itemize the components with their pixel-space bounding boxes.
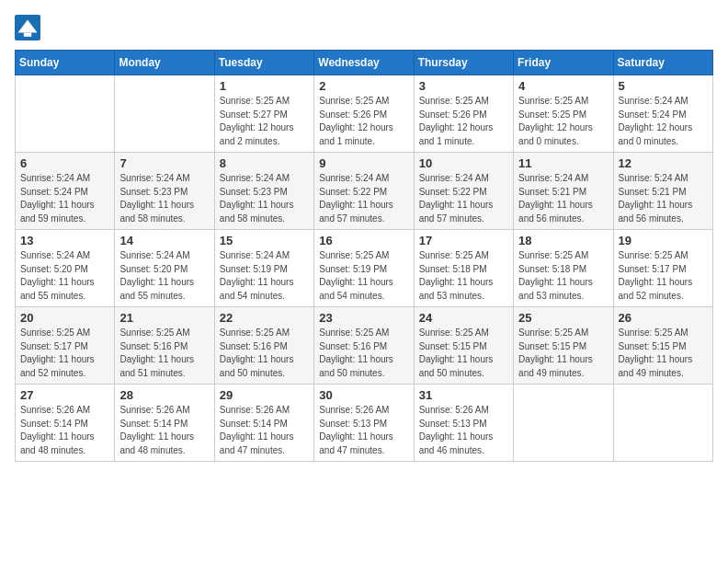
calendar-body: 1Sunrise: 5:25 AM Sunset: 5:27 PM Daylig… [16,75,713,462]
day-number: 31 [419,388,508,402]
day-info: Sunrise: 5:24 AM Sunset: 5:20 PM Dayligh… [119,249,209,303]
day-number: 16 [319,234,408,247]
calendar-day-cell: 23Sunrise: 5:25 AM Sunset: 5:16 PM Dayli… [314,307,414,385]
weekday-header: Sunday [16,51,115,75]
day-number: 11 [518,156,608,170]
day-info: Sunrise: 5:24 AM Sunset: 5:22 PM Dayligh… [319,172,408,225]
day-info: Sunrise: 5:26 AM Sunset: 5:13 PM Dayligh… [319,404,408,457]
day-number: 20 [20,311,109,325]
day-number: 5 [619,79,708,93]
day-info: Sunrise: 5:25 AM Sunset: 5:17 PM Dayligh… [20,327,109,380]
calendar-header: SundayMondayTuesdayWednesdayThursdayFrid… [16,51,713,75]
calendar-day-cell [613,385,712,462]
page-header [15,15,713,40]
calendar-day-cell: 7Sunrise: 5:24 AM Sunset: 5:23 PM Daylig… [115,153,214,230]
weekday-header: Thursday [414,51,513,75]
calendar-day-cell: 18Sunrise: 5:25 AM Sunset: 5:18 PM Dayli… [514,230,613,307]
svg-rect-2 [24,33,31,37]
day-number: 14 [119,234,209,247]
calendar-day-cell: 16Sunrise: 5:25 AM Sunset: 5:19 PM Dayli… [314,230,414,307]
calendar-day-cell: 21Sunrise: 5:25 AM Sunset: 5:16 PM Dayli… [115,307,214,385]
day-info: Sunrise: 5:24 AM Sunset: 5:23 PM Dayligh… [220,172,309,225]
day-number: 8 [220,156,309,170]
day-info: Sunrise: 5:26 AM Sunset: 5:14 PM Dayligh… [20,404,109,457]
day-info: Sunrise: 5:25 AM Sunset: 5:26 PM Dayligh… [319,95,408,148]
day-number: 21 [119,311,209,325]
calendar-day-cell: 2Sunrise: 5:25 AM Sunset: 5:26 PM Daylig… [314,75,414,153]
day-number: 15 [220,234,309,247]
day-number: 22 [220,311,309,325]
day-info: Sunrise: 5:24 AM Sunset: 5:21 PM Dayligh… [518,172,608,225]
weekday-header: Monday [115,51,214,75]
day-number: 18 [518,234,608,247]
day-info: Sunrise: 5:25 AM Sunset: 5:17 PM Dayligh… [619,249,708,303]
calendar-day-cell: 29Sunrise: 5:26 AM Sunset: 5:14 PM Dayli… [214,385,313,462]
calendar-day-cell: 5Sunrise: 5:24 AM Sunset: 5:24 PM Daylig… [613,75,712,153]
day-info: Sunrise: 5:25 AM Sunset: 5:15 PM Dayligh… [518,327,608,380]
calendar-day-cell: 25Sunrise: 5:25 AM Sunset: 5:15 PM Dayli… [514,307,613,385]
day-number: 3 [419,79,508,93]
day-info: Sunrise: 5:25 AM Sunset: 5:18 PM Dayligh… [518,249,608,303]
calendar-day-cell: 30Sunrise: 5:26 AM Sunset: 5:13 PM Dayli… [314,385,414,462]
day-number: 25 [518,311,608,325]
day-number: 27 [20,388,109,402]
calendar-day-cell: 20Sunrise: 5:25 AM Sunset: 5:17 PM Dayli… [16,307,115,385]
calendar-day-cell: 15Sunrise: 5:24 AM Sunset: 5:19 PM Dayli… [214,230,313,307]
day-info: Sunrise: 5:25 AM Sunset: 5:18 PM Dayligh… [419,249,508,303]
calendar-day-cell: 31Sunrise: 5:26 AM Sunset: 5:13 PM Dayli… [414,385,513,462]
calendar-day-cell: 24Sunrise: 5:25 AM Sunset: 5:15 PM Dayli… [414,307,513,385]
day-number: 24 [419,311,508,325]
day-info: Sunrise: 5:25 AM Sunset: 5:26 PM Dayligh… [419,95,508,148]
day-info: Sunrise: 5:26 AM Sunset: 5:14 PM Dayligh… [119,404,209,457]
day-number: 13 [20,234,109,247]
day-info: Sunrise: 5:24 AM Sunset: 5:24 PM Dayligh… [20,172,109,225]
calendar-day-cell: 9Sunrise: 5:24 AM Sunset: 5:22 PM Daylig… [314,153,414,230]
calendar-day-cell: 3Sunrise: 5:25 AM Sunset: 5:26 PM Daylig… [414,75,513,153]
day-info: Sunrise: 5:26 AM Sunset: 5:14 PM Dayligh… [220,404,309,457]
day-number: 26 [619,311,708,325]
calendar-day-cell: 1Sunrise: 5:25 AM Sunset: 5:27 PM Daylig… [214,75,313,153]
calendar-day-cell [115,75,214,153]
day-number: 23 [319,311,408,325]
day-number: 19 [619,234,708,247]
day-number: 1 [220,79,309,93]
calendar-day-cell: 6Sunrise: 5:24 AM Sunset: 5:24 PM Daylig… [16,153,115,230]
weekday-header: Wednesday [314,51,414,75]
weekday-header: Tuesday [214,51,313,75]
calendar-day-cell: 19Sunrise: 5:25 AM Sunset: 5:17 PM Dayli… [613,230,712,307]
day-info: Sunrise: 5:25 AM Sunset: 5:15 PM Dayligh… [619,327,708,380]
logo [15,15,44,40]
logo-icon [15,15,40,40]
calendar-day-cell [16,75,115,153]
calendar-week-row: 6Sunrise: 5:24 AM Sunset: 5:24 PM Daylig… [16,153,713,230]
day-info: Sunrise: 5:26 AM Sunset: 5:13 PM Dayligh… [419,404,508,457]
calendar-week-row: 1Sunrise: 5:25 AM Sunset: 5:27 PM Daylig… [16,75,713,153]
calendar-week-row: 20Sunrise: 5:25 AM Sunset: 5:17 PM Dayli… [16,307,713,385]
calendar-day-cell: 26Sunrise: 5:25 AM Sunset: 5:15 PM Dayli… [613,307,712,385]
day-info: Sunrise: 5:25 AM Sunset: 5:19 PM Dayligh… [319,249,408,303]
day-info: Sunrise: 5:25 AM Sunset: 5:15 PM Dayligh… [419,327,508,380]
weekday-header: Saturday [613,51,712,75]
calendar-day-cell: 13Sunrise: 5:24 AM Sunset: 5:20 PM Dayli… [16,230,115,307]
calendar-day-cell: 28Sunrise: 5:26 AM Sunset: 5:14 PM Dayli… [115,385,214,462]
day-info: Sunrise: 5:24 AM Sunset: 5:20 PM Dayligh… [20,249,109,303]
weekday-row: SundayMondayTuesdayWednesdayThursdayFrid… [16,51,713,75]
calendar-day-cell: 22Sunrise: 5:25 AM Sunset: 5:16 PM Dayli… [214,307,313,385]
weekday-header: Friday [514,51,613,75]
calendar-week-row: 27Sunrise: 5:26 AM Sunset: 5:14 PM Dayli… [16,385,713,462]
calendar-week-row: 13Sunrise: 5:24 AM Sunset: 5:20 PM Dayli… [16,230,713,307]
day-info: Sunrise: 5:24 AM Sunset: 5:19 PM Dayligh… [220,249,309,303]
calendar-day-cell: 27Sunrise: 5:26 AM Sunset: 5:14 PM Dayli… [16,385,115,462]
day-info: Sunrise: 5:24 AM Sunset: 5:22 PM Dayligh… [419,172,508,225]
day-info: Sunrise: 5:24 AM Sunset: 5:21 PM Dayligh… [619,172,708,225]
calendar-day-cell [514,385,613,462]
day-number: 28 [119,388,209,402]
day-info: Sunrise: 5:25 AM Sunset: 5:27 PM Dayligh… [220,95,309,148]
day-number: 7 [119,156,209,170]
day-number: 4 [518,79,608,93]
calendar-day-cell: 17Sunrise: 5:25 AM Sunset: 5:18 PM Dayli… [414,230,513,307]
day-info: Sunrise: 5:25 AM Sunset: 5:16 PM Dayligh… [319,327,408,380]
calendar-day-cell: 8Sunrise: 5:24 AM Sunset: 5:23 PM Daylig… [214,153,313,230]
day-info: Sunrise: 5:25 AM Sunset: 5:16 PM Dayligh… [220,327,309,380]
day-number: 10 [419,156,508,170]
